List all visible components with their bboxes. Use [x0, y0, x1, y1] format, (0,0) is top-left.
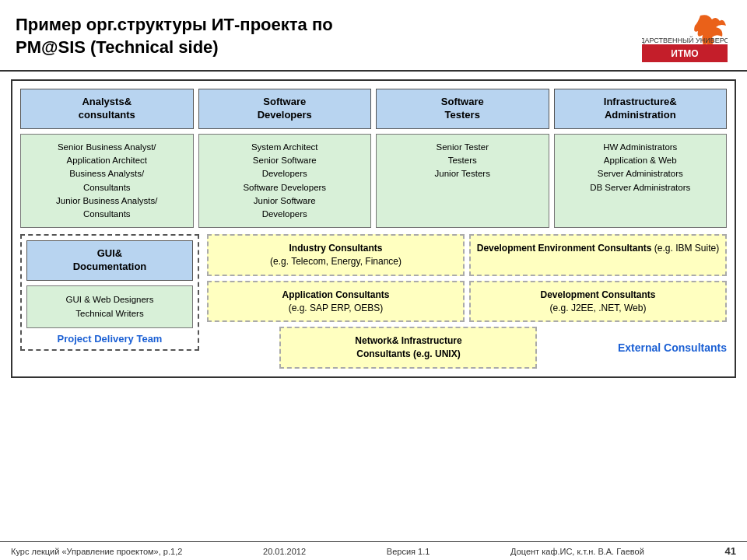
- title-line1: Пример орг.структуры ИТ-проекта по: [16, 15, 333, 34]
- consultant-dev-env: Development Environment Consultants (e.g…: [469, 234, 727, 276]
- main-content: Analysts&consultants SoftwareDevelopers …: [0, 72, 747, 386]
- project-delivery-label: Project Delivery Team: [26, 333, 193, 345]
- footer-author: Доцент каф.ИС, к.т.н. В.А. Гаевой: [510, 547, 644, 556]
- consultant-dev-cons: Development Consultants(e.g. J2EE, .NET,…: [469, 281, 727, 323]
- roles-test: Senior TesterTestersJunior Testers: [376, 134, 549, 229]
- roles-row: Senior Business Analyst/Application Arch…: [20, 134, 727, 229]
- roles-analysts: Senior Business Analyst/Application Arch…: [20, 134, 194, 229]
- consultants-area: Industry Consultants(e.g. Telecom, Energ…: [207, 234, 727, 369]
- roles-infra: HW AdministratorsApplication & WebServer…: [554, 134, 728, 229]
- title-line2: PM@SIS (Technical side): [16, 37, 219, 57]
- consultant-network: Network& InfrastructureConsultants (e.g.…: [279, 327, 537, 369]
- category-infra: Infrastructure&Administration: [554, 89, 728, 129]
- category-test: SoftwareTesters: [376, 89, 549, 129]
- header: Пример орг.структуры ИТ-проекта по PM@SI…: [0, 0, 747, 72]
- footer-page: 41: [725, 545, 736, 557]
- category-analysts: Analysts&consultants: [20, 89, 194, 129]
- consultant-app: Application Consultants(e.g. SAP ERP, OE…: [207, 281, 465, 323]
- footer-version: Версия 1.1: [387, 547, 430, 556]
- consultants-grid-top: Industry Consultants(e.g. Telecom, Energ…: [207, 234, 727, 276]
- gui-roles: GUI & Web DesignersTechnical Writers: [26, 285, 193, 328]
- gui-category: GUI&Documentation: [26, 240, 193, 281]
- consultant-industry: Industry Consultants(e.g. Telecom, Energ…: [207, 234, 465, 276]
- footer: Курс лекций «Управление проектом», р.1,2…: [0, 541, 747, 560]
- roles-dev: System ArchitectSenior SoftwareDeveloper…: [198, 134, 372, 229]
- consultants-grid-mid: Application Consultants(e.g. SAP ERP, OE…: [207, 281, 727, 323]
- left-dashed-area: GUI&Documentation GUI & Web DesignersTec…: [20, 234, 199, 351]
- svg-text:ИТМО: ИТМО: [671, 48, 698, 59]
- page-title: Пример орг.структуры ИТ-проекта по PM@SI…: [16, 14, 333, 58]
- bottom-row: Network& InfrastructureConsultants (e.g.…: [207, 327, 727, 369]
- org-chart: Analysts&consultants SoftwareDevelopers …: [11, 79, 736, 378]
- logo: ИТМО ГОСУДАРСТВЕННЫЙ УНИВЕРСИТЕТ: [638, 9, 731, 64]
- bottom-section: GUI&Documentation GUI & Web DesignersTec…: [20, 234, 727, 369]
- external-consultants-label: External Consultants: [618, 341, 727, 354]
- category-dev: SoftwareDevelopers: [198, 89, 372, 129]
- category-row: Analysts&consultants SoftwareDevelopers …: [20, 89, 727, 129]
- svg-text:ГОСУДАРСТВЕННЫЙ УНИВЕРСИТЕТ: ГОСУДАРСТВЕННЫЙ УНИВЕРСИТЕТ: [642, 36, 728, 44]
- footer-date: 20.01.2012: [263, 547, 306, 556]
- footer-course: Курс лекций «Управление проектом», р.1,2: [11, 547, 182, 556]
